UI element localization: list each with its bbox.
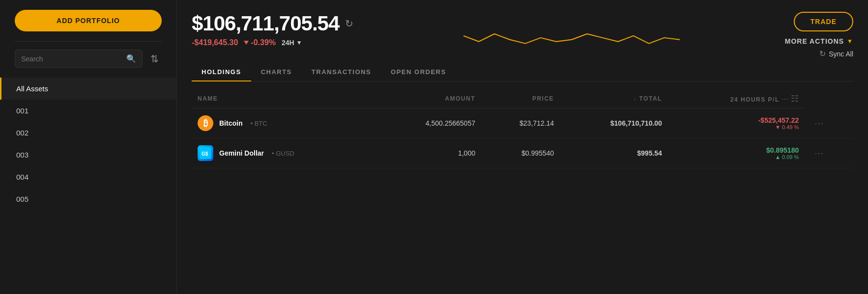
asset-total: $995.54: [560, 138, 668, 168]
svg-text:G$: G$: [202, 151, 208, 157]
sidebar-item-004[interactable]: 004: [0, 166, 176, 188]
sidebar-divider: [15, 41, 162, 42]
portfolio-value-row: $106,711,705.54 ↻: [192, 12, 359, 35]
tab-transactions[interactable]: TRANSACTIONS: [302, 63, 381, 81]
sort-button[interactable]: ⇅: [147, 50, 162, 68]
change-pct: -0.39%: [244, 38, 276, 47]
top-actions: TRADE MORE ACTIONS ▼ ↻ Sync All: [785, 12, 853, 58]
asset-name: Gemini Dollar: [219, 149, 264, 157]
btc-icon: ₿: [198, 115, 213, 131]
more-actions-arrow-icon: ▼: [847, 38, 853, 45]
columns-toggle-button[interactable]: ☷: [791, 93, 799, 104]
asset-total: $106,710,710.00: [560, 108, 668, 138]
asset-ticker: • BTC: [250, 120, 267, 127]
gusd-icon: G$: [198, 145, 213, 161]
mini-chart: [463, 12, 680, 56]
portfolio-summary: $106,711,705.54 ↻ -$419,645.30 -0.39% 24…: [192, 12, 359, 47]
asset-name: Bitcoin: [219, 119, 242, 127]
header-row: $106,711,705.54 ↻ -$419,645.30 -0.39% 24…: [192, 12, 853, 58]
search-box: 🔍: [15, 50, 143, 68]
sync-icon: ↻: [819, 49, 826, 58]
sync-all-row[interactable]: ↻ Sync All: [819, 49, 853, 58]
tab-holdings[interactable]: HOLDINGS: [192, 63, 251, 81]
asset-pnl: -$525,457.22 ▼ 0.49 %: [668, 108, 805, 138]
sidebar-item-002[interactable]: 002: [0, 122, 176, 144]
sidebar-item-all-assets[interactable]: All Assets: [0, 78, 176, 100]
tab-open-orders[interactable]: OPEN ORDERS: [381, 63, 456, 81]
sidebar: ADD PORTFOLIO 🔍 ⇅ All Assets 001 002 003…: [0, 0, 177, 294]
asset-name-cell: G$ Gemini Dollar • GUSD: [192, 138, 376, 168]
asset-pnl: $0.895180 ▲ 0.09 %: [668, 138, 805, 168]
search-row: 🔍 ⇅: [15, 50, 162, 68]
chart-svg: [463, 12, 680, 56]
col-price: PRICE: [481, 89, 560, 108]
change-amount: -$419,645.30: [192, 38, 238, 47]
refresh-icon[interactable]: ↻: [345, 18, 353, 29]
search-input[interactable]: [21, 55, 122, 63]
sidebar-item-003[interactable]: 003: [0, 144, 176, 166]
asset-price: $0.995540: [481, 138, 560, 168]
table-row: G$ Gemini Dollar • GUSD 1,000 $0.995540 …: [192, 138, 853, 168]
col-pnl: 24 HOURS P/L ⋯ ☷: [668, 89, 805, 108]
chart-area-container: [359, 12, 785, 56]
tabs: HOLDINGS CHARTS TRANSACTIONS OPEN ORDERS: [192, 63, 853, 81]
portfolio-change-row: -$419,645.30 -0.39% 24H ▼: [192, 38, 359, 47]
holdings-table: NAME AMOUNT PRICE ↓ TOTAL 24 HOURS P/L ⋯…: [192, 89, 853, 168]
asset-amount: 1,000: [376, 138, 481, 168]
trade-button[interactable]: TRADE: [794, 12, 853, 31]
asset-price: $23,712.14: [481, 108, 560, 138]
main-content: $106,711,705.54 ↻ -$419,645.30 -0.39% 24…: [177, 0, 868, 294]
period-dropdown-icon: ▼: [296, 39, 302, 46]
add-portfolio-button[interactable]: ADD PORTFOLIO: [15, 10, 162, 31]
row-actions-button[interactable]: ⋯: [810, 146, 827, 160]
tab-charts[interactable]: CHARTS: [251, 63, 302, 81]
asset-ticker: • GUSD: [272, 150, 294, 157]
row-actions-cell: ⋯: [805, 108, 853, 138]
portfolio-value: $106,711,705.54: [192, 12, 339, 35]
col-amount: AMOUNT: [376, 89, 481, 108]
period-selector[interactable]: 24H ▼: [282, 39, 302, 47]
asset-name-cell: ₿ Bitcoin • BTC: [192, 108, 376, 138]
table-header-row: NAME AMOUNT PRICE ↓ TOTAL 24 HOURS P/L ⋯…: [192, 89, 853, 108]
pnl-amount: $0.895180: [766, 146, 799, 154]
pnl-pct: ▼ 0.49 %: [674, 124, 799, 130]
table-row: ₿ Bitcoin • BTC 4,500.25665057 $23,712.1…: [192, 108, 853, 138]
pnl-pct: ▲ 0.09 %: [674, 154, 799, 160]
row-actions-cell: ⋯: [805, 138, 853, 168]
sidebar-item-005[interactable]: 005: [0, 188, 176, 210]
search-icon: 🔍: [126, 54, 136, 63]
sidebar-item-001[interactable]: 001: [0, 100, 176, 122]
nav-list: All Assets 001 002 003 004 005: [0, 78, 176, 210]
more-actions-button[interactable]: MORE ACTIONS ▼: [785, 37, 853, 45]
col-name: NAME: [192, 89, 376, 108]
down-arrow-icon: [244, 41, 249, 45]
row-actions-button[interactable]: ⋯: [810, 116, 827, 131]
asset-amount: 4,500.25665057: [376, 108, 481, 138]
pnl-amount: -$525,457.22: [758, 116, 799, 124]
col-actions-button[interactable]: ⋯: [781, 95, 788, 103]
col-total: ↓ TOTAL: [560, 89, 668, 108]
